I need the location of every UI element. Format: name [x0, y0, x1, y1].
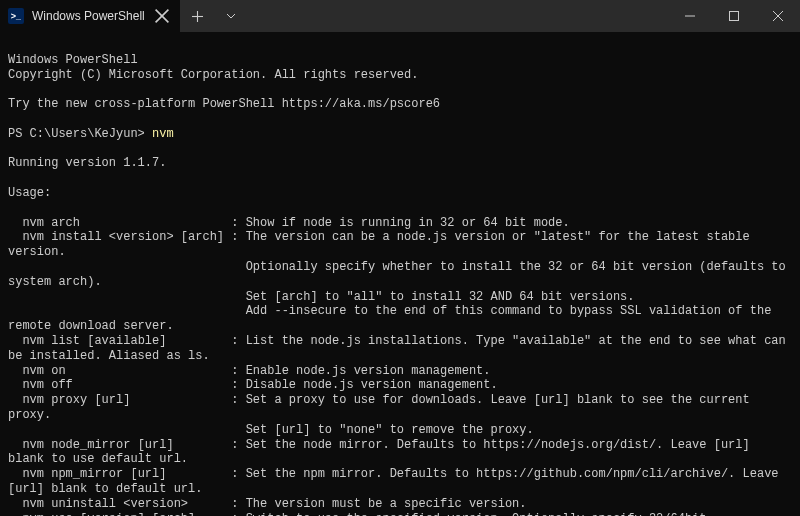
- maximize-button[interactable]: [712, 0, 756, 32]
- minimize-button[interactable]: [668, 0, 712, 32]
- close-icon: [154, 8, 170, 24]
- usage-line: Optionally specify whether to install th…: [8, 260, 793, 289]
- ps-header-1: Windows PowerShell: [8, 53, 138, 67]
- usage-line: Set [url] to "none" to remove the proxy.: [8, 423, 534, 437]
- svg-rect-5: [730, 12, 739, 21]
- usage-line: nvm npm_mirror [url] : Set the npm mirro…: [8, 467, 786, 496]
- close-window-button[interactable]: [756, 0, 800, 32]
- prompt-path: PS C:\Users\KeJyun>: [8, 127, 145, 141]
- usage-line: nvm use [version] [arch] : Switch to use…: [8, 512, 714, 517]
- titlebar: >_ Windows PowerShell: [0, 0, 800, 32]
- usage-line: nvm proxy [url] : Set a proxy to use for…: [8, 393, 757, 422]
- powershell-icon: >_: [8, 8, 24, 24]
- titlebar-drag-area[interactable]: [248, 0, 668, 32]
- new-tab-button[interactable]: [180, 0, 214, 32]
- usage-line: nvm list [available] : List the node.js …: [8, 334, 793, 363]
- minimize-icon: [685, 11, 695, 21]
- tab-active[interactable]: >_ Windows PowerShell: [0, 0, 180, 32]
- usage-line: nvm node_mirror [url] : Set the node mir…: [8, 438, 757, 467]
- terminal-window: >_ Windows PowerShell Windows PowerShell…: [0, 0, 800, 516]
- prompt-command: nvm: [152, 127, 174, 141]
- ps-tryline: Try the new cross-platform PowerShell ht…: [8, 97, 440, 111]
- usage-line: Set [arch] to "all" to install 32 AND 64…: [8, 290, 635, 304]
- close-icon: [773, 11, 783, 21]
- plus-icon: [192, 11, 203, 22]
- running-version: Running version 1.1.7.: [8, 156, 166, 170]
- tab-dropdown-button[interactable]: [214, 0, 248, 32]
- usage-line: Add --insecure to the end of this comman…: [8, 304, 779, 333]
- terminal-content[interactable]: Windows PowerShell Copyright (C) Microso…: [0, 32, 800, 516]
- usage-line: nvm on : Enable node.js version manageme…: [8, 364, 490, 378]
- usage-heading: Usage:: [8, 186, 51, 200]
- close-tab-button[interactable]: [154, 8, 170, 24]
- tab-title: Windows PowerShell: [32, 9, 146, 23]
- usage-line: nvm uninstall <version> : The version mu…: [8, 497, 527, 511]
- usage-line: nvm install <version> [arch] : The versi…: [8, 230, 757, 259]
- usage-line: nvm arch : Show if node is running in 32…: [8, 216, 570, 230]
- chevron-down-icon: [226, 13, 236, 19]
- usage-line: nvm off : Disable node.js version manage…: [8, 378, 498, 392]
- maximize-icon: [729, 11, 739, 21]
- ps-header-2: Copyright (C) Microsoft Corporation. All…: [8, 68, 418, 82]
